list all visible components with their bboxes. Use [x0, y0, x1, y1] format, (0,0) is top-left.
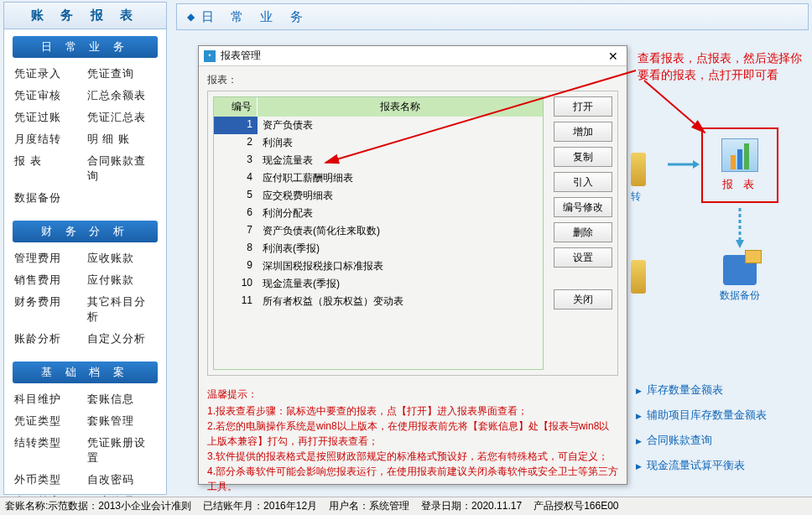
sidebar-item[interactable]: 凭证录入 — [13, 63, 86, 85]
sidebar-item[interactable]: 套账管理 — [86, 410, 159, 432]
sidebar-item[interactable]: 凭证账册设置 — [86, 432, 159, 469]
sidebar-item[interactable]: 凭证类型 — [13, 410, 86, 432]
sidebar-item — [86, 187, 159, 209]
flow-arrow-icon — [668, 159, 700, 169]
dialog-button-打开[interactable]: 打开 — [554, 96, 612, 117]
table-row[interactable]: 10现金流量表(季报) — [214, 275, 543, 293]
report-manage-dialog: * 报表管理 ✕ 报表： 编号 报表名称 1资产负债表2利润表3现金流量表4应付… — [198, 45, 627, 485]
svg-marker-5 — [736, 240, 744, 248]
cell-num: 9 — [214, 258, 258, 275]
cell-name: 利润分配表 — [258, 205, 543, 222]
status-closed: 已结账年月：2016年12月 — [203, 499, 317, 513]
quick-link[interactable]: 合同账款查询 — [636, 428, 767, 453]
sidebar-item[interactable]: 自定义分析 — [86, 328, 159, 350]
sidebar-item[interactable]: 管理费用 — [13, 247, 86, 269]
close-icon[interactable]: ✕ — [605, 49, 622, 63]
cell-num: 1 — [214, 117, 258, 134]
sidebar-item[interactable]: 外币类型 — [13, 469, 86, 491]
side-label: 转 — [631, 190, 641, 204]
status-login: 登录日期：2020.11.17 — [421, 499, 522, 513]
cell-num: 6 — [214, 205, 258, 222]
arrow-annotation-2 — [627, 74, 711, 141]
sidebar-item[interactable]: 套账信息 — [86, 388, 159, 410]
sidebar-item[interactable]: 明 细 账 — [86, 128, 159, 150]
cell-name: 现金流量表(季报) — [258, 275, 543, 293]
table-row[interactable]: 6利润分配表 — [214, 205, 543, 222]
dialog-button-引入[interactable]: 引入 — [554, 172, 612, 192]
sidebar-item[interactable]: 凭证审核 — [13, 85, 86, 107]
table-row[interactable]: 3现金流量表 — [214, 152, 543, 169]
table-row[interactable]: 7资产负债表(简化往来取数) — [214, 222, 543, 240]
dialog-button-增加[interactable]: 增加 — [554, 122, 612, 142]
sidebar-item[interactable]: 销售费用 — [13, 269, 86, 291]
svg-marker-3 — [693, 160, 700, 169]
report-rows: 1资产负债表2利润表3现金流量表4应付职工薪酬明细表5应交税费明细表6利润分配表… — [214, 117, 543, 310]
sidebar-item[interactable]: 数据备份 — [13, 187, 86, 209]
sidebar-item[interactable]: 月度结转 — [13, 128, 86, 150]
cell-name: 利润表(季报) — [258, 240, 543, 258]
main-header: ◆ 日 常 业 务 — [176, 3, 809, 30]
sidebar-item[interactable]: 应收账款 — [86, 247, 159, 269]
sidebar-item[interactable]: 结转类型 — [13, 432, 86, 469]
cell-num: 11 — [214, 293, 258, 310]
warm-tips: 1.报表查看步骤：鼠标选中要查的报表，点【打开】进入报表界面查看；2.若您的电脑… — [207, 403, 618, 494]
cell-num: 10 — [214, 275, 258, 293]
dialog-button-编号修改[interactable]: 编号修改 — [554, 197, 612, 217]
table-row[interactable]: 8利润表(季报) — [214, 240, 543, 258]
quick-link[interactable]: 辅助项目库存数量金额表 — [636, 403, 767, 428]
dialog-button-关闭[interactable]: 关闭 — [554, 289, 612, 310]
fieldset-label: 报表： — [207, 73, 618, 87]
sidebar-item[interactable]: 财务费用 — [13, 291, 86, 328]
side-icon — [631, 153, 646, 186]
sidebar-item[interactable]: 合同账款查询 — [86, 150, 159, 187]
cell-name: 现金流量表 — [258, 152, 543, 169]
sidebar-item[interactable]: 自改密码 — [86, 469, 159, 491]
backup-shortcut[interactable]: 数据备份 — [705, 255, 775, 303]
cell-name: 利润表 — [258, 134, 543, 152]
report-shortcut[interactable]: 报 表 — [701, 127, 778, 203]
report-table: 编号 报表名称 1资产负债表2利润表3现金流量表4应付职工薪酬明细表5应交税费明… — [213, 96, 544, 370]
table-row[interactable]: 4应付职工薪酬明细表 — [214, 169, 543, 187]
cell-name: 应交税费明细表 — [258, 187, 543, 205]
backup-label: 数据备份 — [705, 289, 775, 303]
sidebar-item[interactable]: 凭证汇总表 — [86, 107, 159, 128]
sidebar-item[interactable]: 凭证过账 — [13, 107, 86, 128]
sidebar-item[interactable]: 凭证查询 — [86, 63, 159, 85]
bullet-icon: ◆ — [187, 11, 195, 23]
annotation-text: 查看报表，点报表，然后选择你要看的报表，点打开即可看 — [638, 50, 805, 83]
dialog-titlebar[interactable]: * 报表管理 ✕ — [199, 46, 627, 66]
dialog-button-删除[interactable]: 删除 — [554, 222, 612, 242]
cell-name: 深圳国税报税接口标准报表 — [258, 258, 543, 275]
left-sidebar: 账 务 报 表 日 常 业 务凭证录入凭证查询凭证审核汇总余额表凭证过账凭证汇总… — [3, 2, 167, 495]
sidebar-item[interactable]: 科目维护 — [13, 388, 86, 410]
tip-line: 4.部分杀毒软件可能会影响您报表运行，在使用报表前建议关闭杀毒软件或安全卫士等第… — [207, 464, 618, 494]
app-icon: * — [204, 50, 216, 62]
status-bar: 套账名称:示范数据：2013小企业会计准则 已结账年月：2016年12月 用户名… — [0, 497, 812, 515]
sidebar-item[interactable]: 报 表 — [13, 150, 86, 187]
status-license: 产品授权号166E00 — [534, 499, 618, 513]
table-row[interactable]: 5应交税费明细表 — [214, 187, 543, 205]
table-row[interactable]: 2利润表 — [214, 134, 543, 152]
tip-line: 3.软件提供的报表格式是按照财政部规定的标准格式预设好，若您有特殊格式，可自定义… — [207, 449, 618, 464]
main-header-title: 日 常 业 务 — [201, 9, 310, 25]
down-arrow-icon — [735, 208, 745, 248]
table-row[interactable]: 9深圳国税报税接口标准报表 — [214, 258, 543, 275]
tip-line: 2.若您的电脑操作系统是win8以上版本，在使用报表前先将【套账信息】处【报表与… — [207, 419, 618, 449]
sidebar-item[interactable]: 其它科目分析 — [86, 291, 159, 328]
col-name: 报表名称 — [258, 97, 543, 117]
quick-link[interactable]: 现金流量试算平衡表 — [636, 453, 767, 478]
cell-num: 7 — [214, 222, 258, 240]
table-row[interactable]: 1资产负债表 — [214, 117, 543, 134]
dialog-button-设置[interactable]: 设置 — [554, 247, 612, 268]
status-user: 用户名：系统管理 — [329, 499, 409, 513]
dialog-button-复制[interactable]: 复制 — [554, 147, 612, 167]
dialog-body: 报表： 编号 报表名称 1资产负债表2利润表3现金流量表4应付职工薪酬明细表5应… — [199, 66, 627, 484]
sidebar-item[interactable]: 应付账款 — [86, 269, 159, 291]
chart-icon — [721, 138, 758, 172]
quick-link[interactable]: 库存数量金额表 — [636, 377, 767, 403]
table-row[interactable]: 11所有者权益（股东权益）变动表 — [214, 293, 543, 310]
sidebar-item[interactable]: 汇总余额表 — [86, 85, 159, 107]
svg-line-1 — [644, 81, 705, 133]
sidebar-item[interactable]: 账龄分析 — [13, 328, 86, 350]
side-icon — [631, 260, 646, 294]
